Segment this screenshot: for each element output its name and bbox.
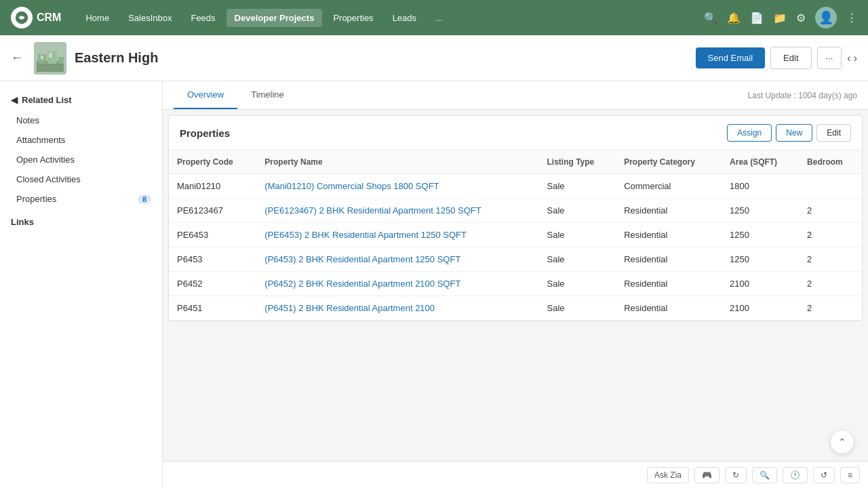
cell-area: 1250 xyxy=(722,223,799,247)
apps-grid-icon[interactable]: ⋮ xyxy=(846,12,857,24)
nav-salesinbox[interactable]: SalesInbox xyxy=(120,9,180,27)
nav-feeds[interactable]: Feeds xyxy=(182,9,223,27)
more-options-button[interactable]: ··· xyxy=(817,47,842,69)
cell-category: Residential xyxy=(616,272,722,296)
right-content: Overview Timeline Last Update : 1004 day… xyxy=(163,81,868,488)
nav-home[interactable]: Home xyxy=(77,9,117,27)
table-row: P6452 (P6452) 2 BHK Residential Apartmen… xyxy=(169,272,862,296)
header-actions: Send Email Edit ··· ‹ › xyxy=(696,47,857,69)
cell-bedroom: 2 xyxy=(799,223,862,247)
edit-button[interactable]: Edit xyxy=(770,47,811,69)
compose-icon[interactable]: 📄 xyxy=(750,12,764,24)
cell-bedroom xyxy=(799,174,862,199)
cell-name: (P6452) 2 BHK Residential Apartment 2100… xyxy=(256,272,538,296)
property-link[interactable]: (P6453) 2 BHK Residential Apartment 1250… xyxy=(264,254,460,264)
search-icon[interactable]: 🔍 xyxy=(704,12,717,24)
assign-button[interactable]: Assign xyxy=(727,124,772,142)
user-avatar[interactable]: 👤 xyxy=(815,7,837,28)
cell-listing-type: Sale xyxy=(538,174,616,199)
tab-overview[interactable]: Overview xyxy=(174,81,237,109)
sidebar-properties-label: Properties xyxy=(16,194,56,204)
sidebar-item-properties[interactable]: Properties 8 xyxy=(0,189,162,209)
property-link[interactable]: (Mani01210) Commercial Shops 1800 SQFT xyxy=(264,181,439,191)
cell-code: PE6453 xyxy=(169,223,256,247)
table-actions: Assign New Edit xyxy=(727,124,851,142)
next-record-button[interactable]: › xyxy=(854,52,857,64)
last-update-text: Last Update : 1004 day(s) ago xyxy=(748,91,857,100)
col-property-code: Property Code xyxy=(169,150,256,174)
col-bedroom: Bedroom xyxy=(799,150,862,174)
cell-area: 1250 xyxy=(722,247,799,272)
col-listing-type: Listing Type xyxy=(538,150,616,174)
col-property-name: Property Name xyxy=(256,150,538,174)
gamepad-icon[interactable]: 🎮 xyxy=(694,467,719,483)
tab-timeline[interactable]: Timeline xyxy=(237,81,298,109)
scroll-up-button[interactable]: ⌃ xyxy=(830,430,854,454)
cell-area: 1800 xyxy=(722,174,799,199)
cell-area: 1250 xyxy=(722,199,799,223)
property-link[interactable]: (P6452) 2 BHK Residential Apartment 2100… xyxy=(264,279,460,289)
record-header: ← Eastern High Send Email Edit ··· ‹ › xyxy=(0,35,868,81)
ask-zia-button[interactable]: Ask Zia xyxy=(647,467,689,483)
table-row: PE6123467 (PE6123467) 2 BHK Residential … xyxy=(169,199,862,223)
cell-name: (P6451) 2 BHK Residential Apartment 2100 xyxy=(256,296,538,321)
cell-name: (PE6453) 2 BHK Residential Apartment 125… xyxy=(256,223,538,247)
cell-category: Residential xyxy=(616,247,722,272)
properties-section: Properties Assign New Edit Property Code… xyxy=(168,115,863,321)
main-content: ◀ Related List Notes Attachments Open Ac… xyxy=(0,81,868,488)
cell-bedroom: 2 xyxy=(799,296,862,321)
sidebar-item-closed-activities[interactable]: Closed Activities xyxy=(0,169,162,189)
record-avatar xyxy=(34,42,66,75)
col-property-category: Property Category xyxy=(616,150,722,174)
nav-items: Home SalesInbox Feeds Developer Projects… xyxy=(77,9,704,27)
new-button[interactable]: New xyxy=(776,124,812,142)
cell-code: P6451 xyxy=(169,296,256,321)
cell-area: 2100 xyxy=(722,272,799,296)
cell-category: Residential xyxy=(616,199,722,223)
property-link[interactable]: (P6451) 2 BHK Residential Apartment 2100 xyxy=(264,303,435,313)
prev-record-button[interactable]: ‹ xyxy=(847,52,850,64)
property-link[interactable]: (PE6123467) 2 BHK Residential Apartment … xyxy=(264,205,481,216)
cell-name: (PE6123467) 2 BHK Residential Apartment … xyxy=(256,199,538,223)
zoom-icon[interactable]: 🔍 xyxy=(752,467,777,483)
more-bottom-icon[interactable]: ≡ xyxy=(840,467,860,483)
svg-rect-6 xyxy=(41,56,43,60)
properties-header: Properties Assign New Edit xyxy=(169,116,862,150)
app-logo[interactable]: CRM xyxy=(11,7,61,28)
sidebar-notes-label: Notes xyxy=(16,115,39,125)
table-row: P6453 (P6453) 2 BHK Residential Apartmen… xyxy=(169,247,862,272)
app-name: CRM xyxy=(37,12,61,24)
cell-category: Commercial xyxy=(616,174,722,199)
tabs-bar: Overview Timeline Last Update : 1004 day… xyxy=(163,81,868,110)
history-icon[interactable]: ↺ xyxy=(813,467,835,483)
send-email-button[interactable]: Send Email xyxy=(696,47,765,68)
cell-name: (Mani01210) Commercial Shops 1800 SQFT xyxy=(256,174,538,199)
record-title: Eastern High xyxy=(75,50,688,66)
related-list-toggle[interactable]: ◀ Related List xyxy=(0,92,162,110)
table-edit-button[interactable]: Edit xyxy=(816,124,851,142)
sidebar-open-activities-label: Open Activities xyxy=(16,155,75,165)
logo-icon xyxy=(11,7,33,28)
sidebar-links-section: Links xyxy=(0,209,162,230)
sidebar-item-open-activities[interactable]: Open Activities xyxy=(0,150,162,169)
table-row: PE6453 (PE6453) 2 BHK Residential Apartm… xyxy=(169,223,862,247)
sidebar-item-notes[interactable]: Notes xyxy=(0,110,162,130)
cell-code: P6453 xyxy=(169,247,256,272)
settings-icon[interactable]: ⚙ xyxy=(796,12,806,24)
nav-developer-projects[interactable]: Developer Projects xyxy=(226,9,323,27)
files-icon[interactable]: 📁 xyxy=(773,12,787,24)
nav-properties[interactable]: Properties xyxy=(325,9,381,27)
cell-listing-type: Sale xyxy=(538,296,616,321)
sidebar-closed-activities-label: Closed Activities xyxy=(16,174,81,184)
notifications-icon[interactable]: 🔔 xyxy=(727,12,741,24)
back-button[interactable]: ← xyxy=(11,51,23,65)
property-link[interactable]: (PE6453) 2 BHK Residential Apartment 125… xyxy=(264,230,467,240)
cell-name: (P6453) 2 BHK Residential Apartment 1250… xyxy=(256,247,538,272)
nav-more[interactable]: ... xyxy=(427,9,451,27)
nav-leads[interactable]: Leads xyxy=(384,9,425,27)
sidebar-item-attachments[interactable]: Attachments xyxy=(0,130,162,150)
table-row: P6451 (P6451) 2 BHK Residential Apartmen… xyxy=(169,296,862,321)
refresh-icon[interactable]: ↻ xyxy=(725,467,747,483)
clock-icon[interactable]: 🕐 xyxy=(783,467,808,483)
col-area: Area (SQFT) xyxy=(722,150,799,174)
